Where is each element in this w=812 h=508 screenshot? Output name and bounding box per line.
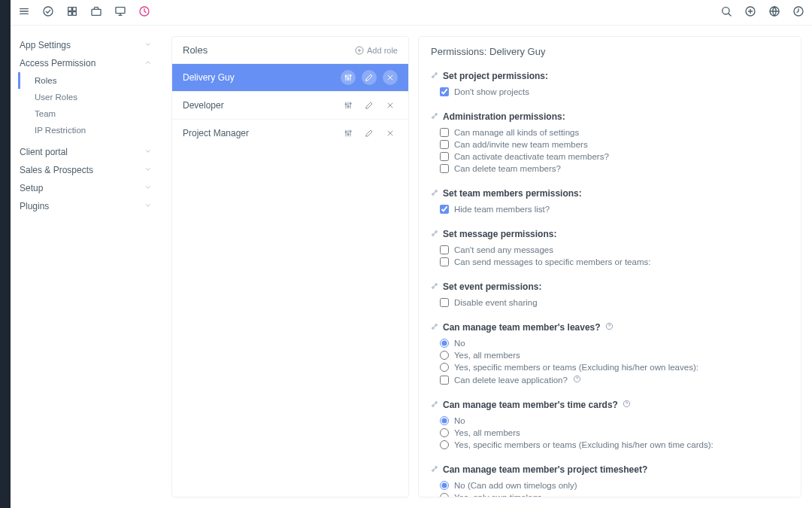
role-delete-button[interactable] [383, 98, 398, 113]
plus-circle-icon[interactable] [744, 5, 756, 20]
permission-option[interactable]: Can add/invite new team members [431, 138, 789, 151]
permission-option-label: Yes, all members [454, 428, 520, 437]
chevron-down-icon [144, 201, 152, 211]
role-settings-button[interactable] [341, 126, 356, 141]
permission-option[interactable]: Can't send any messages [431, 244, 789, 256]
permission-option-label: Yes, specific members or teams (Excludin… [454, 440, 714, 449]
permission-option-label: Yes, all members [454, 351, 520, 360]
role-row[interactable]: Project Manager [172, 120, 408, 147]
permission-option[interactable]: Can delete leave application? [431, 373, 789, 386]
nav-subitem[interactable]: Roles [18, 72, 161, 89]
permission-group: Can manage team member's time cards?NoYe… [431, 400, 789, 451]
permission-option[interactable]: Yes, all members [431, 427, 789, 439]
permission-radio[interactable] [440, 428, 449, 437]
add-role-button[interactable]: Add role [355, 46, 398, 55]
permission-checkbox[interactable] [440, 152, 449, 161]
permission-option[interactable]: No [431, 415, 789, 427]
permission-checkbox[interactable] [440, 298, 449, 307]
permission-option[interactable]: Can delete team members? [431, 163, 789, 175]
nav-group[interactable]: Plugins [11, 197, 161, 215]
help-icon[interactable] [623, 400, 631, 410]
svg-line-62 [434, 285, 436, 287]
svg-line-77 [434, 468, 436, 470]
monitor-icon[interactable] [114, 5, 126, 20]
permission-radio[interactable] [440, 351, 449, 360]
role-settings-button[interactable] [341, 98, 356, 113]
permission-checkbox[interactable] [440, 257, 449, 266]
clock-icon[interactable] [138, 5, 150, 20]
link-icon [431, 229, 438, 239]
permission-radio[interactable] [440, 481, 449, 490]
permission-group-title: Can manage team member's project timeshe… [431, 464, 789, 475]
permission-group: Can manage team member's project timeshe… [431, 464, 789, 497]
permission-radio[interactable] [440, 416, 449, 425]
briefcase-icon[interactable] [90, 5, 102, 20]
permission-option[interactable]: Can activate deactivate team members? [431, 151, 789, 163]
chevron-down-icon [144, 147, 152, 157]
nav-group-label: Client portal [20, 147, 68, 157]
nav-group[interactable]: Sales & Prospects [11, 161, 161, 179]
permission-radio[interactable] [440, 440, 449, 449]
permission-option-label: Yes, only own timelogs [454, 493, 542, 497]
permission-option[interactable]: Yes, only own timelogs [431, 491, 789, 497]
permission-checkbox[interactable] [440, 376, 449, 385]
chevron-up-icon [144, 58, 152, 68]
help-icon[interactable] [573, 375, 581, 385]
permission-option[interactable]: Yes, specific members or teams (Excludin… [431, 361, 789, 373]
permission-checkbox[interactable] [440, 205, 449, 214]
role-edit-button[interactable] [362, 98, 377, 113]
permission-radio[interactable] [440, 339, 449, 348]
role-edit-button[interactable] [362, 70, 377, 85]
permission-checkbox[interactable] [440, 164, 449, 173]
nav-subitem[interactable]: User Roles [18, 89, 161, 105]
nav-group-label: Plugins [20, 201, 49, 211]
history-icon[interactable] [792, 5, 804, 20]
permission-option[interactable]: Can send messages to specific members or… [431, 256, 789, 268]
permission-option[interactable]: Can manage all kinds of settings [431, 126, 789, 138]
nav-group[interactable]: App Settings [11, 36, 161, 54]
grid-icon[interactable] [66, 5, 78, 20]
permissions-panel: Permissions: Delivery Guy Set project pe… [418, 36, 801, 497]
check-circle-icon[interactable] [42, 5, 54, 20]
help-icon[interactable] [605, 322, 614, 333]
nav-group[interactable]: Client portal [11, 143, 161, 161]
permission-option[interactable]: No [431, 337, 789, 349]
role-name: Project Manager [183, 128, 249, 138]
nav-subitem[interactable]: IP Restriction [18, 122, 161, 138]
permission-option[interactable]: Hide team members list? [431, 203, 789, 215]
permission-group: Set event permissions:Disable event shar… [431, 281, 789, 309]
permission-option[interactable]: Yes, all members [431, 349, 789, 361]
role-settings-button[interactable] [341, 70, 356, 85]
permission-option[interactable]: Disable event sharing [431, 297, 789, 309]
svg-line-59 [434, 233, 436, 235]
svg-line-56 [434, 192, 436, 194]
permission-radio[interactable] [440, 493, 449, 497]
permission-group-title: Can manage team member's time cards? [431, 400, 789, 410]
permission-option[interactable]: Yes, specific members or teams (Excludin… [431, 439, 789, 451]
globe-icon[interactable] [768, 5, 780, 20]
nav-group[interactable]: Setup [11, 179, 161, 197]
role-delete-button[interactable] [383, 126, 398, 141]
permission-checkbox[interactable] [440, 128, 449, 137]
menu-icon[interactable] [18, 5, 30, 20]
role-edit-button[interactable] [362, 126, 377, 141]
permission-checkbox[interactable] [440, 140, 449, 149]
search-icon[interactable] [720, 5, 732, 20]
permission-group: Set message permissions:Can't send any m… [431, 229, 789, 268]
permission-checkbox[interactable] [440, 245, 449, 254]
svg-rect-9 [116, 8, 125, 14]
permission-option[interactable]: No (Can add own timelogs only) [431, 479, 789, 491]
permission-group: Set team members permissions:Hide team m… [431, 188, 789, 215]
role-delete-button[interactable] [383, 70, 398, 85]
nav-group[interactable]: Access Permission [11, 54, 161, 72]
permission-option[interactable]: Don't show projects [431, 86, 789, 98]
permission-radio[interactable] [440, 363, 449, 372]
permission-checkbox[interactable] [440, 87, 449, 96]
permission-option-label: Can delete team members? [454, 164, 561, 173]
nav-group-label: Setup [20, 183, 43, 193]
role-row[interactable]: Delivery Guy [172, 64, 408, 92]
nav-subitem[interactable]: Team [18, 105, 161, 122]
permission-option-label: Can manage all kinds of settings [454, 128, 579, 137]
role-name: Delivery Guy [183, 72, 235, 83]
role-row[interactable]: Developer [172, 92, 408, 120]
